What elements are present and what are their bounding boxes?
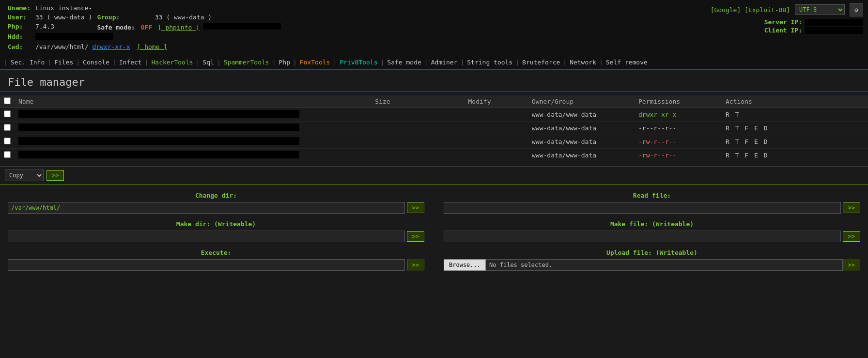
row-action-t-4[interactable]: T <box>735 152 739 159</box>
change-dir-input[interactable] <box>8 202 405 214</box>
page-title: File manager <box>8 76 860 88</box>
nav-sep-3: | <box>112 59 116 66</box>
header-right-top: [Google] [Exploit-DB] UTF-8 ASCII ISO-88… <box>711 3 863 16</box>
bottom-right-panel: Read file: >> Make file: (Writeable) >> <box>444 192 860 271</box>
execute-label: Execute: <box>8 249 424 256</box>
user-label: User: <box>6 13 32 21</box>
cwd-home[interactable]: [ home ] <box>137 43 167 50</box>
nav-foxtools[interactable]: FoxTools <box>297 58 333 67</box>
row-action-t-1[interactable]: T <box>735 111 739 118</box>
col-header-actions: Actions <box>722 95 868 108</box>
phpinfo-link[interactable]: [ phpinfo ] <box>158 24 200 31</box>
make-dir-section: Make dir: (Writeable) >> <box>8 220 424 242</box>
copy-action-select[interactable]: Copy Move Delete <box>5 170 44 181</box>
col-header-owner: Owner/Group <box>528 95 635 108</box>
no-files-text: No files selected. <box>486 259 843 271</box>
row-action-f-2[interactable]: F <box>744 125 748 132</box>
row-actions-4: R T F E D <box>722 149 868 162</box>
table-row: www-data/www-data -rw-r--r-- R T F E D <box>0 135 868 149</box>
nav-console[interactable]: Console <box>80 58 112 67</box>
encoding-select[interactable]: UTF-8 ASCII ISO-8859-1 <box>795 4 845 15</box>
select-all-checkbox[interactable] <box>4 97 11 104</box>
user-value: 33 ( www-data ) <box>33 13 94 21</box>
make-dir-input[interactable] <box>8 231 405 242</box>
nav-safemode[interactable]: Safe mode <box>384 58 424 67</box>
row-checkbox-3[interactable] <box>4 138 11 144</box>
row-owner-3: www-data/www-data <box>528 135 635 149</box>
nav-sql[interactable]: Sql <box>200 58 217 67</box>
server-ip-label: Server IP: <box>764 18 802 26</box>
row-action-r-4[interactable]: R <box>726 152 729 159</box>
cwd-row: /var/www/html/ drwxr-xr-x [ home ] <box>33 43 283 51</box>
hdd-redacted <box>203 23 281 30</box>
nav-priv8tools[interactable]: Priv8Tools <box>337 58 380 67</box>
change-dir-button[interactable]: >> <box>407 202 424 213</box>
row-action-f-4[interactable]: F <box>744 152 748 159</box>
row-perms-1: drwxr-xr-x <box>638 111 676 118</box>
read-file-input[interactable] <box>444 202 841 214</box>
client-ip-value <box>805 27 863 34</box>
row-action-e-4[interactable]: E <box>754 152 758 159</box>
row-actions-3: R T F E D <box>722 135 868 149</box>
nav-sep-4: | <box>145 59 149 66</box>
safemode-value: OFF <box>140 24 152 31</box>
nav-bruteforce[interactable]: Bruteforce <box>519 58 563 67</box>
change-dir-input-row: >> <box>8 202 424 214</box>
row-action-t-2[interactable]: T <box>735 125 739 132</box>
execute-button[interactable]: >> <box>407 260 424 270</box>
execute-input[interactable] <box>8 259 405 271</box>
upload-file-label: Upload file: (Writeable) <box>444 249 860 256</box>
exploitdb-link[interactable]: [Exploit-DB] <box>744 6 790 14</box>
row-action-f-3[interactable]: F <box>744 138 748 145</box>
nav-sep-7: | <box>272 59 276 66</box>
row-action-d-4[interactable]: D <box>764 152 768 159</box>
row-action-r-3[interactable]: R <box>726 138 729 145</box>
client-ip-label: Client IP: <box>764 27 802 34</box>
browse-button[interactable]: Browse... <box>444 259 486 271</box>
row-action-e-3[interactable]: E <box>754 138 758 145</box>
header-left: Uname: Linux instance- User: 33 ( www-da… <box>5 3 284 52</box>
read-file-button[interactable]: >> <box>843 202 860 213</box>
nav-php[interactable]: Php <box>276 58 293 67</box>
make-file-button[interactable]: >> <box>843 231 860 242</box>
nav-sec-info[interactable]: Sec. Info <box>8 58 47 67</box>
php-label: Php: <box>6 22 32 31</box>
server-ip-row: Server IP: <box>764 18 863 26</box>
server-client-info: Server IP: Client IP: <box>764 18 863 35</box>
nav-adminer[interactable]: Adminer <box>428 58 461 67</box>
row-checkbox-2[interactable] <box>4 124 11 131</box>
read-file-label: Read file: <box>444 192 860 199</box>
nav-network[interactable]: Network <box>567 58 599 67</box>
table-row: www-data/www-data drwxr-xr-x R T <box>0 108 868 122</box>
nav-selfremove[interactable]: Self remove <box>603 58 651 67</box>
cwd-path[interactable]: /var/www/html/ <box>35 43 89 50</box>
row-name-2 <box>18 124 299 131</box>
cwd-perm[interactable]: drwxr-xr-x <box>92 43 130 50</box>
google-link[interactable]: [Google] <box>711 6 741 14</box>
settings-icon[interactable]: ⚙ <box>850 3 863 16</box>
nav-infect[interactable]: Infect <box>116 58 145 67</box>
row-action-r-2[interactable]: R <box>726 125 729 132</box>
nav-files[interactable]: Files <box>51 58 76 67</box>
copy-go-button[interactable]: >> <box>46 170 64 181</box>
make-dir-button[interactable]: >> <box>407 231 424 242</box>
make-file-input-row: >> <box>444 231 860 242</box>
row-checkbox-1[interactable] <box>4 110 11 117</box>
row-action-e-2[interactable]: E <box>754 125 758 132</box>
nav-sep-1: | <box>47 59 51 66</box>
make-file-input[interactable] <box>444 231 841 242</box>
row-action-d-2[interactable]: D <box>764 125 768 132</box>
row-action-t-3[interactable]: T <box>735 138 739 145</box>
row-action-d-3[interactable]: D <box>764 138 768 145</box>
row-action-r-1[interactable]: R <box>726 111 729 118</box>
upload-file-button[interactable]: >> <box>843 260 860 270</box>
nav-spammertools[interactable]: SpammerTools <box>221 58 272 67</box>
execute-input-row: >> <box>8 259 424 271</box>
nav-hackertools[interactable]: HackerTools <box>149 58 196 67</box>
nav-stringtools[interactable]: String tools <box>464 58 515 67</box>
nav-sep-12: | <box>460 59 464 66</box>
nav-sep-14: | <box>563 59 567 66</box>
row-checkbox-4[interactable] <box>4 151 11 158</box>
change-dir-section: Change dir: >> <box>8 192 424 214</box>
read-file-input-row: >> <box>444 202 860 214</box>
